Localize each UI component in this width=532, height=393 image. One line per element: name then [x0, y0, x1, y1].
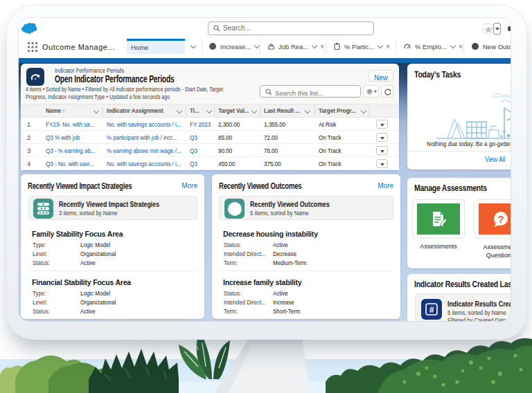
svg-text:#: #: [429, 305, 434, 315]
svg-text:?: ?: [497, 213, 504, 225]
